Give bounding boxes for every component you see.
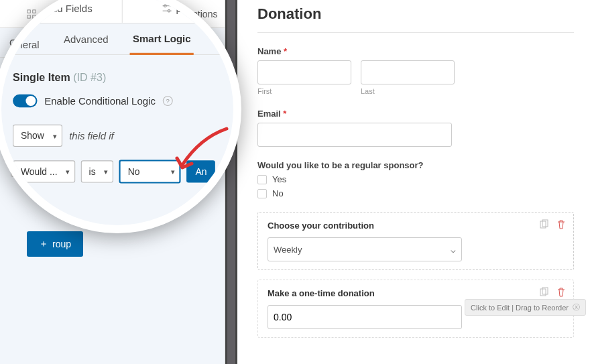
sponsor-yes-option[interactable]: Yes: [257, 174, 574, 184]
trash-icon[interactable]: [556, 219, 567, 230]
chevron-down-icon: ▾: [96, 163, 99, 170]
email-field: Email *: [257, 109, 574, 147]
sliders-icon: [120, 9, 129, 19]
chevron-down-icon: ▾: [158, 163, 162, 170]
toggle-row: Enable Conditional Logic ?: [0, 88, 225, 113]
contribution-title: Choose your contribution: [268, 221, 564, 231]
add-rule-button[interactable]: ＋ roup: [27, 231, 83, 257]
condition-field-select[interactable]: Would ... ▾: [11, 156, 69, 177]
grid-icon: [27, 9, 36, 19]
subtab-smart-logic[interactable]: Smart Logic: [127, 29, 187, 58]
first-name-input[interactable]: [257, 60, 351, 84]
tab-add-fields[interactable]: Add Fields: [0, 0, 113, 27]
email-label: Email *: [257, 109, 574, 119]
name-field: Name * First Last: [257, 46, 574, 95]
sidebar-topbar: Add Fields Field Options ptions: [0, 0, 225, 28]
form-title: Donation: [257, 5, 574, 23]
drag-tooltip: Click to Edit | Drag to Reorder ⓧ: [465, 299, 586, 316]
arrow-annotation: [173, 125, 233, 178]
contribution-select[interactable]: Weekly ⌵: [268, 237, 462, 261]
field-name: Single Item: [11, 72, 64, 84]
last-name-input[interactable]: [361, 60, 455, 84]
svg-rect-1: [33, 9, 36, 12]
trash-icon[interactable]: [556, 287, 567, 298]
close-icon[interactable]: ⓧ: [573, 302, 580, 312]
onetime-title: Make a one-time donation: [268, 288, 564, 298]
panel-divider[interactable]: [225, 0, 237, 364]
tab-add-fields-label: Add Fields: [40, 9, 84, 19]
settings-sidebar: Add Fields Field Options ptions General …: [0, 0, 225, 364]
onetime-input[interactable]: [268, 305, 462, 329]
subtab-advanced[interactable]: Advanced: [63, 28, 110, 57]
contribution-field-box[interactable]: Choose your contribution Weekly ⌵: [257, 212, 574, 270]
svg-rect-2: [27, 15, 30, 17]
condition-phrase: this field if: [64, 128, 105, 139]
chevron-down-icon: ⌵: [451, 245, 456, 255]
duplicate-icon[interactable]: [538, 287, 549, 298]
chevron-down-icon: ▾: [60, 163, 64, 170]
sponsor-no-option[interactable]: No: [257, 188, 574, 198]
toggle-label: Enable Conditional Logic: [40, 95, 144, 106]
checkbox-icon: [257, 175, 267, 184]
last-sublabel: Last: [361, 87, 455, 95]
sponsor-label: Would you like to be a regular sponsor?: [257, 160, 574, 170]
checkbox-icon: [257, 189, 267, 198]
chevron-down-icon: ▾: [48, 129, 52, 137]
action-select[interactable]: Show ▾: [11, 123, 57, 143]
condition-operator-select[interactable]: is ▾: [74, 156, 105, 177]
svg-rect-3: [33, 15, 36, 17]
add-rule-label: roup: [52, 239, 71, 249]
help-icon[interactable]: ?: [151, 96, 160, 105]
field-id: (ID #3): [67, 72, 98, 84]
name-label: Name *: [257, 46, 574, 56]
subtabs: General Advanced Smart Logic: [0, 28, 225, 58]
duplicate-icon[interactable]: [538, 219, 549, 230]
field-title: Single Item (ID #3): [0, 58, 225, 88]
condition-value-select[interactable]: No ▾: [110, 156, 168, 178]
divider: [257, 32, 574, 33]
subtab-general[interactable]: General: [7, 28, 46, 57]
tab-field-options[interactable]: Field Options ptions: [113, 0, 225, 27]
first-sublabel: First: [257, 87, 351, 95]
sponsor-field: Would you like to be a regular sponsor? …: [257, 160, 574, 198]
email-input[interactable]: [257, 123, 452, 147]
required-asterisk: *: [283, 109, 286, 119]
plus-icon: ＋: [39, 238, 48, 250]
enable-conditional-toggle[interactable]: [11, 95, 34, 107]
svg-rect-0: [27, 9, 30, 12]
required-asterisk: *: [284, 46, 287, 56]
